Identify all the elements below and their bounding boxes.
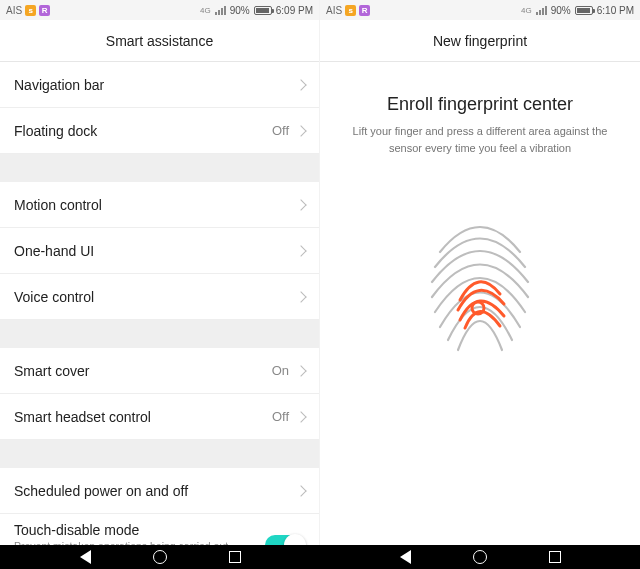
android-navbar [0,545,640,569]
back-button[interactable] [400,550,411,564]
row-motion-control[interactable]: Motion control [0,182,319,228]
recents-button[interactable] [229,551,241,563]
sim2-icon: R [359,5,370,16]
row-label: Touch-disable mode [14,522,234,538]
row-label: Voice control [14,289,94,305]
chevron-right-icon [295,365,306,376]
battery-percent: 90% [551,5,571,16]
carrier-label: AIS [326,5,342,16]
status-bar: AIS s R 4G 90% 6:09 PM [0,0,319,20]
row-smart-headset-control[interactable]: Smart headset control Off [0,394,319,440]
battery-icon [575,6,593,15]
new-fingerprint-screen: AIS s R 4G 90% 6:10 PM New fingerprint E… [320,0,640,545]
chevron-right-icon [295,199,306,210]
row-scheduled-power[interactable]: Scheduled power on and off [0,468,319,514]
chevron-right-icon [295,245,306,256]
recents-button[interactable] [549,551,561,563]
network-type: 4G [521,6,532,15]
section-gap [0,154,319,182]
status-bar: AIS s R 4G 90% 6:10 PM [320,0,640,20]
chevron-right-icon [295,291,306,302]
row-floating-dock[interactable]: Floating dock Off [0,108,319,154]
signal-icon [215,6,226,15]
section-gap [0,440,319,468]
page-title: New fingerprint [320,20,640,62]
row-voice-control[interactable]: Voice control [0,274,319,320]
enroll-subtext: Lift your finger and press a different a… [338,123,622,156]
touch-disable-toggle[interactable] [265,535,305,545]
sim1-icon: s [25,5,36,16]
chevron-right-icon [295,125,306,136]
chevron-right-icon [295,485,306,496]
fingerprint-icon [420,212,540,366]
row-label: One-hand UI [14,243,94,259]
chevron-right-icon [295,411,306,422]
sim1-icon: s [345,5,356,16]
row-one-hand-ui[interactable]: One-hand UI [0,228,319,274]
row-label: Navigation bar [14,77,104,93]
row-touch-disable-mode: Touch-disable mode Prevent mistaken oper… [0,514,319,545]
settings-list: Navigation bar Floating dock Off Motion … [0,62,319,545]
clock: 6:10 PM [597,5,634,16]
row-label: Motion control [14,197,102,213]
network-type: 4G [200,6,211,15]
row-smart-cover[interactable]: Smart cover On [0,348,319,394]
row-label: Scheduled power on and off [14,483,188,499]
home-button[interactable] [473,550,487,564]
enroll-area: Enroll fingerprint center Lift your fing… [320,62,640,545]
clock: 6:09 PM [276,5,313,16]
sim2-icon: R [39,5,50,16]
signal-icon [536,6,547,15]
row-label: Floating dock [14,123,97,139]
page-title: Smart assistance [0,20,319,62]
row-sublabel: Prevent mistaken operations being carrie… [14,540,234,545]
battery-percent: 90% [230,5,250,16]
row-value: On [272,363,289,378]
row-label: Smart headset control [14,409,151,425]
row-label: Smart cover [14,363,89,379]
row-value: Off [272,123,289,138]
home-button[interactable] [153,550,167,564]
back-button[interactable] [80,550,91,564]
enroll-heading: Enroll fingerprint center [387,94,573,115]
row-navigation-bar[interactable]: Navigation bar [0,62,319,108]
row-value: Off [272,409,289,424]
carrier-label: AIS [6,5,22,16]
smart-assistance-screen: AIS s R 4G 90% 6:09 PM Smart assistance … [0,0,320,545]
section-gap [0,320,319,348]
battery-icon [254,6,272,15]
chevron-right-icon [295,79,306,90]
